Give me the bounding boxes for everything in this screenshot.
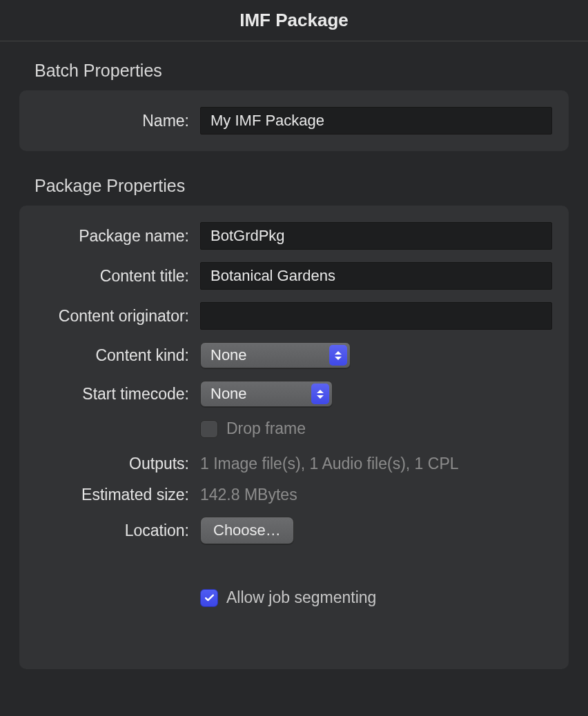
estimated-size-value: 142.8 MBytes [200, 486, 297, 504]
name-input[interactable] [200, 107, 552, 135]
content-kind-label: Content kind: [19, 346, 200, 365]
name-label: Name: [19, 112, 200, 130]
batch-properties-panel: Name: [19, 90, 569, 151]
location-label: Location: [19, 521, 200, 540]
start-timecode-select[interactable]: None [200, 381, 333, 407]
content-title-input[interactable] [200, 262, 552, 290]
allow-segmenting-label: Allow job segmenting [226, 588, 376, 607]
batch-properties-heading: Batch Properties [35, 61, 569, 81]
drop-frame-label: Drop frame [226, 419, 306, 438]
allow-segmenting-checkbox[interactable] [200, 589, 218, 607]
content-area: Batch Properties Name: Package Propertie… [0, 41, 588, 669]
package-properties-heading: Package Properties [35, 176, 569, 196]
drop-frame-checkbox[interactable] [200, 420, 218, 438]
content-title-label: Content title: [19, 267, 200, 286]
choose-location-button[interactable]: Choose… [200, 517, 294, 544]
content-originator-label: Content originator: [19, 307, 200, 326]
package-name-label: Package name: [19, 227, 200, 246]
up-down-icon [329, 345, 347, 366]
content-kind-select[interactable]: None [200, 342, 351, 368]
content-originator-input[interactable] [200, 302, 552, 330]
content-kind-value: None [210, 346, 254, 364]
up-down-icon [311, 384, 329, 404]
package-properties-panel: Package name: Content title: Content ori… [19, 206, 569, 669]
outputs-label: Outputs: [19, 455, 200, 473]
start-timecode-value: None [210, 385, 254, 403]
estimated-size-label: Estimated size: [19, 486, 200, 504]
package-name-input[interactable] [200, 222, 552, 250]
window-title: IMF Package [0, 0, 588, 41]
start-timecode-label: Start timecode: [19, 385, 200, 404]
outputs-value: 1 Image file(s), 1 Audio file(s), 1 CPL [200, 455, 459, 473]
